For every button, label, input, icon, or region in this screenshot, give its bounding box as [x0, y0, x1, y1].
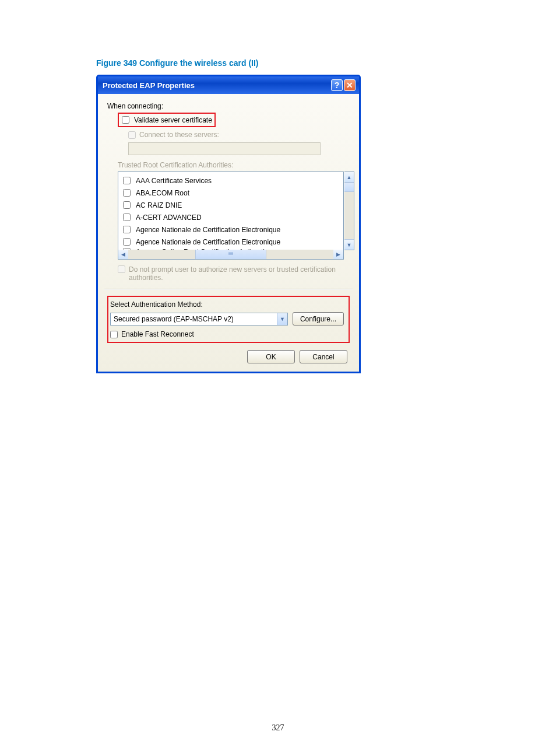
- help-icon: ?: [335, 81, 340, 89]
- do-not-prompt-checkbox: [118, 265, 125, 273]
- help-button[interactable]: ?: [331, 79, 343, 91]
- trusted-root-listbox-wrapper: AAA Certificate Services ABA.ECOM Root A…: [118, 172, 354, 260]
- scroll-thumb-horizontal[interactable]: [195, 250, 266, 259]
- scroll-right-icon[interactable]: ▶: [333, 250, 343, 259]
- close-button[interactable]: ✕: [344, 79, 356, 91]
- connect-to-servers-label: Connect to these servers:: [139, 131, 219, 139]
- dialog-button-row: OK Cancel: [107, 350, 350, 363]
- authority-checkbox[interactable]: [123, 238, 131, 246]
- list-item[interactable]: AC RAIZ DNIE: [121, 199, 341, 211]
- auth-method-dropdown[interactable]: Secured password (EAP-MSCHAP v2) ▼: [110, 313, 288, 326]
- authority-checkbox[interactable]: [123, 177, 131, 184]
- authority-label: A-CERT ADVANCED: [136, 214, 202, 222]
- scroll-up-icon[interactable]: ▲: [344, 172, 354, 183]
- titlebar-buttons: ? ✕: [331, 79, 356, 91]
- authority-checkbox[interactable]: [123, 189, 131, 197]
- authority-label: AC RAIZ DNIE: [136, 201, 182, 209]
- authority-checkbox[interactable]: [123, 214, 131, 221]
- authority-checkbox[interactable]: [123, 201, 131, 209]
- chevron-down-icon: ▼: [277, 313, 287, 325]
- authority-checkbox[interactable]: [123, 226, 131, 233]
- horizontal-scrollbar[interactable]: ◀ ▶: [118, 250, 344, 260]
- enable-fast-reconnect-label: Enable Fast Reconnect: [121, 330, 194, 338]
- authority-label: AAA Certificate Services: [136, 177, 212, 185]
- scroll-left-icon[interactable]: ◀: [118, 250, 128, 259]
- authority-label: Agence Nationale de Certification Electr…: [136, 226, 280, 234]
- when-connecting-label: When connecting:: [107, 102, 350, 110]
- do-not-prompt-label: Do not prompt user to authorize new serv…: [129, 265, 339, 282]
- authority-label: ABA.ECOM Root: [136, 189, 189, 197]
- trusted-root-listbox[interactable]: AAA Certificate Services ABA.ECOM Root A…: [118, 172, 344, 250]
- authority-label: Agence Nationale de Certification Electr…: [136, 238, 280, 246]
- list-item[interactable]: Agence Nationale de Certification Electr…: [121, 236, 341, 248]
- dialog-title: Protected EAP Properties: [103, 81, 331, 90]
- scroll-down-icon[interactable]: ▼: [344, 239, 354, 250]
- validate-server-certificate-checkbox[interactable]: [122, 116, 129, 124]
- page-number: 327: [0, 723, 556, 733]
- ok-button[interactable]: OK: [247, 350, 295, 363]
- vertical-scrollbar[interactable]: ▲ ▼: [344, 172, 354, 250]
- auth-method-value: Secured password (EAP-MSCHAP v2): [114, 315, 234, 323]
- titlebar: Protected EAP Properties ? ✕: [98, 76, 359, 94]
- auth-method-highlight: Select Authentication Method: Secured pa…: [107, 296, 350, 343]
- connect-to-servers-input: [128, 142, 321, 155]
- separator: [104, 289, 353, 290]
- validate-server-certificate-label: Validate server certificate: [134, 116, 212, 124]
- trusted-root-label: Trusted Root Certification Authorities:: [118, 161, 350, 169]
- list-item[interactable]: A-CERT ADVANCED: [121, 211, 341, 223]
- connect-to-servers-checkbox: [128, 131, 136, 139]
- eap-properties-dialog: Protected EAP Properties ? ✕ When connec…: [96, 75, 361, 373]
- dialog-body: When connecting: Validate server certifi…: [98, 94, 359, 372]
- list-item[interactable]: ABA.ECOM Root: [121, 187, 341, 199]
- enable-fast-reconnect-checkbox[interactable]: [110, 331, 118, 338]
- scroll-thumb[interactable]: [344, 183, 354, 192]
- validate-server-certificate-highlight: Validate server certificate: [118, 113, 216, 127]
- cancel-button[interactable]: Cancel: [300, 350, 347, 363]
- list-item[interactable]: Agence Nationale de Certification Electr…: [121, 223, 341, 236]
- select-auth-method-label: Select Authentication Method:: [110, 300, 344, 309]
- close-icon: ✕: [346, 81, 353, 89]
- configure-button[interactable]: Configure...: [293, 312, 344, 326]
- list-item[interactable]: AAA Certificate Services: [121, 174, 341, 187]
- figure-caption: Figure 349 Configure the wireless card (…: [96, 58, 556, 68]
